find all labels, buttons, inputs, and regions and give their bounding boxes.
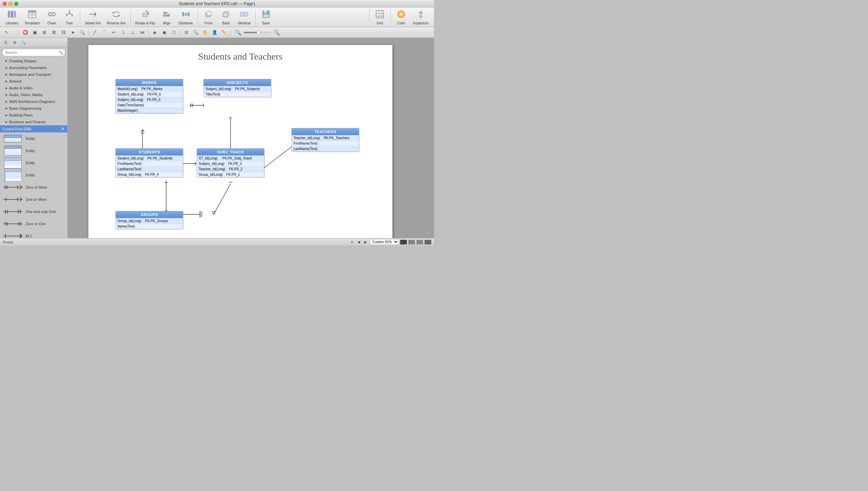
view-btn-1[interactable]	[400, 240, 407, 244]
subjects-cell-22	[227, 92, 251, 97]
pen-tool[interactable]: ✏️	[220, 28, 229, 37]
table-teachers[interactable]: TEACHERS Teacher_Id(Long) PK:PK_Teachers…	[291, 128, 359, 152]
rotate-flip-icon	[140, 9, 150, 20]
back-button[interactable]: Back	[218, 8, 235, 26]
category-accounting-flowcharts[interactable]: ▶ Accounting Flowcharts	[0, 64, 67, 71]
smart-connect-tool[interactable]: ⛓	[59, 28, 68, 37]
shape-entity-3[interactable]: Entity	[0, 157, 67, 169]
table-subjects[interactable]: SUBJECTS Subject_Id(Long) PK:PK_Subjects…	[203, 79, 271, 97]
container-tool[interactable]: ⊞	[40, 28, 49, 37]
close-library-button[interactable]: ✕	[61, 126, 65, 131]
zoom-region-tool[interactable]: 🔍	[78, 28, 87, 37]
color-button[interactable]: Color	[393, 8, 410, 26]
inspectors-button[interactable]: i Inspectors	[410, 8, 431, 26]
category-aerospace-transport[interactable]: ▶ Aerospace and Transport	[0, 71, 67, 78]
toolbar-separator4	[255, 10, 256, 24]
view-btn-3[interactable]	[416, 240, 423, 244]
rect-select-tool[interactable]: ⬜	[12, 28, 20, 37]
canvas-area[interactable]: Students and Teachers	[68, 38, 434, 238]
shape-zero-or-one[interactable]: Zero or One	[0, 218, 67, 230]
identical-button[interactable]: Identical	[235, 8, 253, 26]
category-audio-video-media[interactable]: ▶ Audio, Video, Media	[0, 91, 67, 98]
subj-teach-cell-31: Teacher_Id(Long)	[197, 167, 227, 172]
arrow-tool[interactable]: ➤	[68, 28, 77, 37]
groups-row-1: Group_Id(Long) PK:PK_Groups	[116, 218, 183, 223]
shape-m1[interactable]: M:1	[0, 230, 67, 238]
templates-label: Templates	[24, 21, 40, 25]
prev-page-button[interactable]: ◀	[356, 239, 362, 245]
distribute-label: Distribute	[178, 21, 193, 25]
back-label: Back	[222, 21, 230, 25]
chain-button[interactable]: Chain	[43, 8, 60, 26]
category-basic-diagramming[interactable]: ▶ Basic Diagramming	[0, 105, 67, 112]
table-marks[interactable]: MARKS MarkId(Long) PK:PK_Marks Student_I…	[115, 79, 183, 113]
shape-entity-1[interactable]: Entity	[0, 132, 67, 145]
pan-tool[interactable]: ✋	[201, 28, 210, 37]
shape-one-or-more[interactable]: One or More	[0, 193, 67, 206]
teachers-cell-12: PK:PK_Teachers	[322, 135, 351, 141]
zoom-out-button[interactable]: 🔍	[234, 28, 242, 37]
next-page-button[interactable]: ▶	[363, 239, 368, 245]
subj-teach-cell-12: PK:PK_Subj_Teach	[221, 156, 254, 161]
zoom-in-button[interactable]: 🔍	[272, 28, 281, 37]
grid-button[interactable]: Grid	[371, 8, 388, 26]
shape-entity-4[interactable]: Entity	[0, 169, 67, 181]
path-tool[interactable]: ⬡	[169, 28, 178, 37]
maximize-button[interactable]	[14, 2, 18, 6]
svg-rect-10	[69, 10, 70, 12]
distribute-button[interactable]: Distribute	[176, 8, 195, 26]
actual-size-tool[interactable]: ⊟	[182, 28, 191, 37]
groups-header: GROUPS	[116, 211, 183, 218]
shape-zero-or-more[interactable]: Zero or More	[0, 181, 67, 193]
pause-button[interactable]: ⏸	[349, 239, 355, 245]
oval-select-tool[interactable]: ⭕	[21, 28, 30, 37]
zoom-slider[interactable]	[244, 32, 271, 33]
shape-one-and-only-one[interactable]: One and only One	[0, 206, 67, 218]
category-audio-video[interactable]: ▶ Audio & Video	[0, 85, 67, 91]
line-tool[interactable]: ╱	[90, 28, 99, 37]
sidebar-grid-view-button[interactable]: ⊞	[11, 39, 18, 46]
front-button[interactable]: Front	[200, 8, 217, 26]
edit-shape-tool[interactable]: ◈	[150, 28, 159, 37]
table-subj-teach[interactable]: SUBJ_TEACH ST_Id(Long) PK:PK_Subj_Teach …	[197, 148, 264, 177]
category-drawing-shapes[interactable]: ▶ Drawing Shapes	[0, 58, 67, 64]
active-library-crowsfoot[interactable]: Crow's Foot ERD ✕	[0, 125, 67, 132]
tree-button[interactable]: Tree	[61, 8, 78, 26]
category-artwork[interactable]: ▶ Artwork	[0, 78, 67, 85]
close-button[interactable]	[3, 2, 7, 6]
curve-tool[interactable]: ⌒	[100, 28, 109, 37]
category-building-plans[interactable]: ▶ Building Plans	[0, 112, 67, 119]
subjects-cell-12: PK:PK_Subjects	[233, 86, 261, 91]
inspector-tool[interactable]: 👤	[210, 28, 219, 37]
sidebar-search-input[interactable]	[2, 49, 65, 56]
zoom-select[interactable]: Custom 61%	[370, 239, 399, 245]
table-groups[interactable]: GROUPS Group_Id(Long) PK:PK_Groups Name(…	[115, 211, 183, 229]
toolbar-separator6	[390, 8, 391, 22]
undo-tool[interactable]: ↩	[109, 28, 118, 37]
sidebar-search-button[interactable]: 🔍	[20, 39, 27, 46]
connect-tool[interactable]: ⌘	[49, 28, 58, 37]
table-students[interactable]: STUDENTS Student_Id(Long) PK:PK_Students…	[115, 148, 183, 177]
delete-link-button[interactable]: Delete link	[82, 8, 104, 26]
templates-button[interactable]: Templates	[22, 8, 43, 26]
split-tool[interactable]: ⋈	[138, 28, 147, 37]
view-btn-4[interactable]	[425, 240, 431, 244]
minimize-button[interactable]	[8, 2, 13, 6]
select-tool[interactable]: ↖	[2, 28, 11, 37]
handle-tool[interactable]: ⊥	[128, 28, 137, 37]
reverse-link-button[interactable]: Reverse link	[104, 8, 128, 26]
category-business-finance[interactable]: ▶ Business and Finance	[0, 119, 67, 125]
sidebar-list-view-button[interactable]: ☰	[2, 39, 9, 46]
category-aws[interactable]: ▶ AWS Architecture Diagrams	[0, 98, 67, 105]
text-tool[interactable]: ▣	[30, 28, 39, 37]
align-button[interactable]: Align	[158, 8, 175, 26]
redo-tool[interactable]: ⤵	[119, 28, 128, 37]
shape-entity-2[interactable]: Entity	[0, 145, 67, 157]
rotate-flip-button[interactable]: Rotate & Flip	[133, 8, 158, 26]
node-tool[interactable]: ◉	[160, 28, 169, 37]
zoom-in-tool[interactable]: 🔍	[191, 28, 200, 37]
save-button[interactable]: Save	[258, 8, 275, 26]
teachers-cell-11: Teacher_Id(Long)	[292, 135, 322, 141]
view-btn-2[interactable]	[408, 240, 415, 244]
libraries-button[interactable]: Libraries	[3, 8, 21, 26]
